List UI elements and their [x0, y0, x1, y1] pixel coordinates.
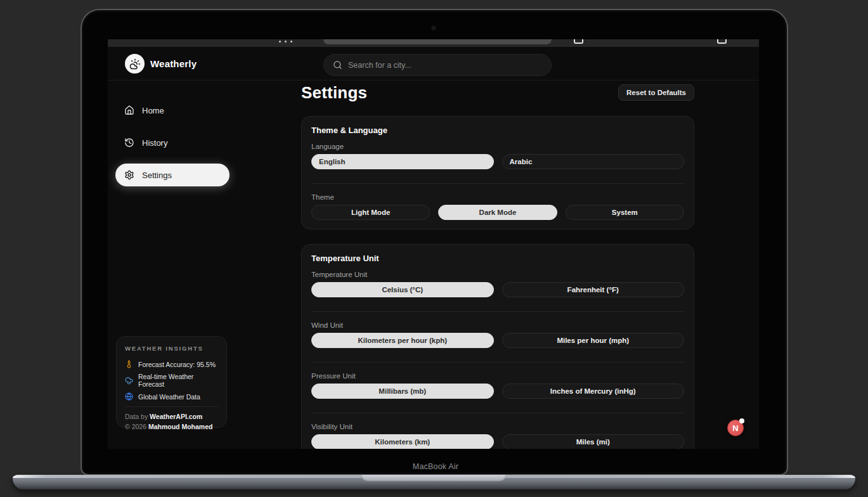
insight-global: Global Weather Data — [125, 392, 218, 401]
card-title: Temperature Unit — [311, 254, 684, 263]
wind-option-kph[interactable]: Kilometers per hour (kph) — [311, 333, 494, 348]
brand[interactable]: Weatherly — [125, 54, 197, 74]
sidebar-item-home[interactable]: Home — [115, 99, 230, 122]
search-icon — [333, 60, 342, 70]
theme-language-card: Theme & Language Language English Arabic… — [301, 116, 694, 229]
search-input[interactable] — [348, 61, 542, 70]
history-icon — [124, 138, 134, 148]
temp-option-fahrenheit[interactable]: Fahrenheit (°F) — [502, 282, 685, 297]
city-search[interactable] — [323, 54, 552, 76]
badge-status-dot — [739, 418, 744, 423]
pressure-option-mb[interactable]: Millibars (mb) — [311, 384, 494, 399]
group-label-temperature-unit: Temperature Unit — [311, 271, 684, 278]
badge-letter: N — [732, 423, 738, 433]
temperature-unit-options: Celsius (°C) Fahrenheit (°F) — [311, 282, 684, 297]
group-label-theme: Theme — [311, 193, 684, 201]
insight-realtime: Real-time Weather Forecast — [125, 373, 218, 388]
sidebar-item-label: History — [142, 138, 167, 148]
language-option-arabic[interactable]: Arabic — [502, 154, 685, 169]
reset-to-defaults-button[interactable]: Reset to Defaults — [618, 84, 694, 101]
wind-option-mph[interactable]: Miles per hour (mph) — [502, 333, 685, 348]
webcam-dot — [431, 25, 436, 30]
group-label-language: Language — [311, 143, 684, 150]
settings-main: Settings Reset to Defaults Theme & Langu… — [301, 83, 694, 449]
language-options: English Arabic — [311, 154, 684, 169]
theme-option-system[interactable]: System — [566, 205, 684, 220]
visibility-unit-options: Kilometers (km) Miles (mi) — [311, 434, 684, 449]
browser-toolbar-icon[interactable] — [717, 39, 727, 44]
weatherly-logo-cloud-sun-icon — [125, 54, 145, 74]
home-icon — [124, 105, 134, 115]
sidebar-item-settings[interactable]: Settings — [115, 164, 230, 186]
language-option-english[interactable]: English — [311, 154, 494, 169]
app-screen: Weatherly Home — [108, 39, 759, 449]
globe-icon — [125, 392, 133, 401]
theme-option-dark[interactable]: Dark Mode — [438, 205, 557, 220]
weather-insights-card: WEATHER INSIGHTS Forecast Accuracy: 95.5… — [116, 336, 227, 428]
insight-accuracy: Forecast Accuracy: 95.5% — [125, 360, 218, 368]
sidebar-item-history[interactable]: History — [115, 131, 230, 154]
app-header: Weatherly — [108, 47, 759, 81]
data-provider-name: WeatherAPI.com — [150, 413, 202, 420]
insight-text: Global Weather Data — [138, 393, 200, 401]
thermometer-icon — [125, 360, 133, 368]
copyright-name: Mahmoud Mohamed — [148, 423, 213, 430]
floating-n-badge[interactable]: N — [727, 420, 744, 436]
units-card: Temperature Unit Temperature Unit Celsiu… — [301, 244, 694, 449]
laptop-base — [13, 475, 855, 489]
data-by-prefix: Data by — [125, 413, 150, 420]
browser-chrome-sliver — [108, 39, 759, 47]
insights-divider — [125, 406, 218, 407]
browser-toolbar-icon[interactable] — [574, 39, 583, 44]
group-divider — [311, 311, 684, 312]
group-label-wind-unit: Wind Unit — [311, 321, 684, 329]
visibility-option-mi[interactable]: Miles (mi) — [502, 434, 685, 449]
browser-menu-dots-icon[interactable] — [279, 41, 292, 42]
insights-title: WEATHER INSIGHTS — [125, 345, 218, 352]
desktop-background: { "device": { "label": "MacBook Air" }, … — [0, 0, 868, 497]
gear-icon — [124, 170, 134, 180]
wind-unit-options: Kilometers per hour (kph) Miles per hour… — [311, 333, 684, 348]
theme-options: Light Mode Dark Mode System — [311, 205, 684, 220]
pressure-unit-options: Millibars (mb) Inches of Mercury (inHg) — [311, 384, 684, 399]
cloud-rain-icon — [125, 377, 133, 385]
sidebar-item-label: Home — [142, 106, 164, 115]
group-label-visibility-unit: Visibility Unit — [311, 423, 684, 430]
pressure-option-inhg[interactable]: Inches of Mercury (inHg) — [502, 384, 685, 399]
group-label-pressure-unit: Pressure Unit — [311, 372, 684, 380]
page-title: Settings — [301, 83, 367, 103]
sidebar-item-label: Settings — [142, 171, 172, 180]
card-title: Theme & Language — [311, 126, 684, 135]
laptop-lid-notch — [361, 475, 506, 482]
brand-name: Weatherly — [150, 58, 197, 69]
sidebar-nav: Home History Settings — [115, 99, 230, 186]
browser-url-bar[interactable] — [323, 39, 552, 44]
copyright-prefix: © 2026 — [125, 423, 148, 430]
theme-option-light[interactable]: Light Mode — [311, 205, 430, 220]
insight-text: Forecast Accuracy: 95.5% — [138, 361, 216, 368]
group-divider — [311, 183, 684, 184]
insights-footer: Data by WeatherAPI.com © 2026 Mahmoud Mo… — [125, 411, 218, 432]
device-label: MacBook Air — [82, 462, 789, 471]
insight-text: Real-time Weather Forecast — [138, 373, 218, 388]
visibility-option-km[interactable]: Kilometers (km) — [311, 434, 494, 449]
temp-option-celsius[interactable]: Celsius (°C) — [311, 282, 494, 297]
group-divider — [311, 362, 684, 363]
group-divider — [311, 413, 684, 413]
